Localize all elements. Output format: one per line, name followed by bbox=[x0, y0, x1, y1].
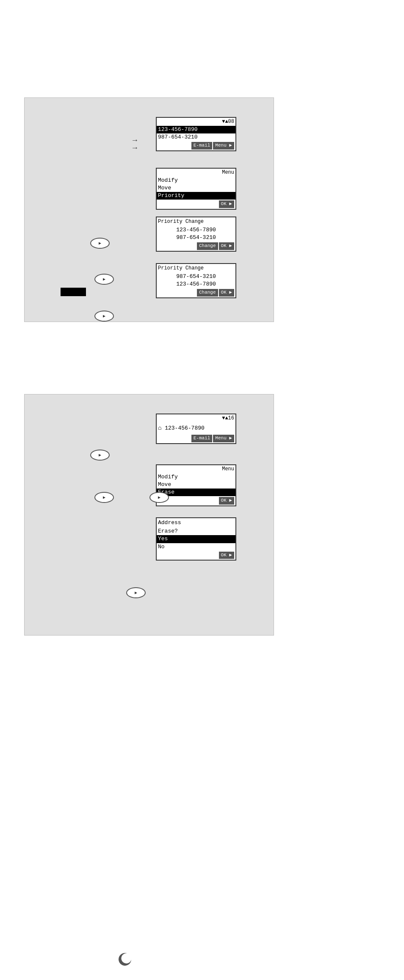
arrow-indicator-2: → bbox=[133, 144, 137, 152]
menu-btn-2[interactable]: Menu ▶ bbox=[213, 435, 234, 442]
lcd-pc-footer-1: Change OK ▶ bbox=[157, 242, 235, 250]
oval-button-7[interactable] bbox=[126, 587, 146, 598]
oval-button-3[interactable] bbox=[94, 311, 114, 322]
lcd-header-1: ▼▲08 bbox=[157, 118, 235, 126]
lcd-row-phone1: 123-456-7890 bbox=[157, 126, 235, 133]
email-btn-2[interactable]: E-mail bbox=[191, 435, 213, 442]
lcd-contact-row: ⌂ 123-456-7890 bbox=[157, 422, 235, 434]
lcd-row-phone2: 987-654-3210 bbox=[157, 133, 235, 141]
lcd-erase: Erase bbox=[157, 489, 235, 496]
lcd-pc2-phone1: 987-654-3210 bbox=[157, 273, 235, 280]
lcd-no: No bbox=[157, 543, 235, 551]
lcd-erase-confirm: Address Erase? Yes No OK ▶ bbox=[156, 517, 236, 561]
lcd-pc-footer-2: Change OK ▶ bbox=[157, 288, 235, 297]
arrow-indicator-1: → bbox=[133, 136, 137, 144]
lcd-priority-header-2: Priority Change bbox=[157, 264, 235, 273]
lcd-menu-header-1: Menu bbox=[157, 169, 235, 177]
ok-btn-5[interactable]: OK ▶ bbox=[219, 552, 234, 559]
ok-btn-3[interactable]: OK ▶ bbox=[219, 289, 234, 296]
lcd-priority-change-2: Priority Change 987-654-3210 123-456-789… bbox=[156, 263, 236, 298]
lcd-erase-question: Erase? bbox=[157, 527, 235, 535]
lcd-header-2: ▼▲16 bbox=[157, 414, 235, 422]
lcd-menu-header-2: Menu bbox=[157, 465, 235, 473]
black-highlight-rect bbox=[61, 288, 86, 296]
lcd-pc-phone2: 987-654-3210 bbox=[157, 234, 235, 242]
lcd-priority-header-1: Priority Change bbox=[157, 217, 235, 226]
lcd-erase-footer: OK ▶ bbox=[157, 551, 235, 560]
oval-button-5[interactable] bbox=[94, 492, 114, 503]
moon-icon bbox=[116, 949, 138, 970]
menu-btn-1[interactable]: Menu ▶ bbox=[213, 142, 234, 149]
lcd-phonelist: ▼▲08 123-456-7890 987-654-3210 E-mail Me… bbox=[156, 117, 236, 151]
lcd-menu-2: Menu Modify Move Erase OK ▶ bbox=[156, 464, 236, 506]
lcd-pc2-phone2: 123-456-7890 bbox=[157, 280, 235, 288]
change-btn-1[interactable]: Change bbox=[197, 242, 218, 250]
lcd-menu-footer-1: OK ▶ bbox=[157, 200, 235, 208]
lcd-footer-2: E-mail Menu ▶ bbox=[157, 434, 235, 443]
lcd-priority-1: Priority bbox=[157, 192, 235, 200]
oval-button-6[interactable] bbox=[149, 492, 169, 503]
lcd-menu-1: Menu Modify Move Priority OK ▶ bbox=[156, 168, 236, 210]
oval-button-4[interactable] bbox=[90, 450, 110, 461]
lcd-footer-1: E-mail Menu ▶ bbox=[157, 141, 235, 150]
oval-button-1[interactable] bbox=[90, 238, 110, 249]
email-btn-1[interactable]: E-mail bbox=[191, 142, 213, 149]
lcd-contact-1: ▼▲16 ⌂ 123-456-7890 E-mail Menu ▶ bbox=[156, 414, 236, 444]
lcd-address-label: Address bbox=[157, 518, 235, 527]
change-btn-2[interactable]: Change bbox=[197, 289, 218, 296]
ok-btn-2[interactable]: OK ▶ bbox=[219, 242, 234, 250]
lcd-pc-phone1: 123-456-7890 bbox=[157, 226, 235, 234]
oval-button-2[interactable] bbox=[94, 274, 114, 285]
panel-2: ▼▲16 ⌂ 123-456-7890 E-mail Menu ▶ Menu M… bbox=[24, 394, 274, 636]
ok-btn-4[interactable]: OK ▶ bbox=[219, 497, 234, 504]
lcd-modify-2: Modify bbox=[157, 473, 235, 481]
lcd-modify-1: Modify bbox=[157, 177, 235, 184]
lcd-yes: Yes bbox=[157, 535, 235, 543]
panel-1: ▼▲08 123-456-7890 987-654-3210 E-mail Me… bbox=[24, 97, 274, 322]
lcd-priority-change-1: Priority Change 123-456-7890 987-654-321… bbox=[156, 217, 236, 252]
lcd-move-1: Move bbox=[157, 184, 235, 192]
ok-btn-1[interactable]: OK ▶ bbox=[219, 200, 234, 208]
lcd-move-2: Move bbox=[157, 481, 235, 489]
